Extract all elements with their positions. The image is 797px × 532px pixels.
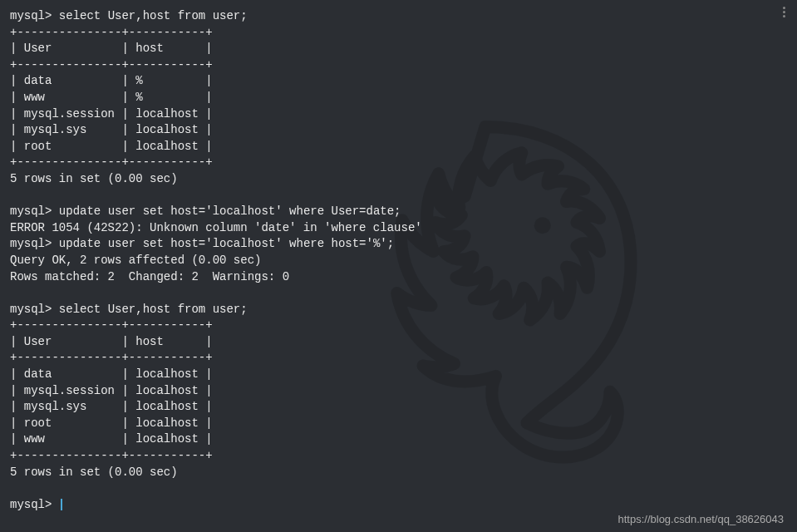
table-row: | mysql.session | localhost | [10, 384, 213, 397]
table-header: | User | host | [10, 42, 213, 55]
table-row: | mysql.sys | localhost | [10, 400, 213, 413]
prompt: mysql> select User,host from user; [10, 303, 248, 316]
table-row: | root | localhost | [10, 416, 213, 430]
prompt: mysql> select User,host from user; [10, 9, 248, 22]
table-divider: +---------------+-----------+ [10, 58, 213, 71]
prompt[interactable]: mysql> [10, 498, 62, 511]
watermark-text: https://blog.csdn.net/qq_38626043 [618, 513, 785, 525]
result-summary: 5 rows in set (0.00 sec) [10, 466, 178, 479]
table-row: | data | % | [10, 74, 213, 87]
table-row: | www | localhost | [10, 432, 213, 446]
table-divider: +---------------+-----------+ [10, 26, 213, 39]
query-result: Query OK, 2 rows affected (0.00 sec) [10, 254, 261, 267]
result-summary: 5 rows in set (0.00 sec) [10, 172, 178, 185]
table-divider: +---------------+-----------+ [10, 449, 213, 462]
table-row: | root | localhost | [10, 140, 213, 153]
table-row: | www | % | [10, 91, 213, 104]
table-divider: +---------------+-----------+ [10, 351, 213, 364]
prompt: mysql> update user set host='localhost' … [10, 204, 401, 218]
table-row: | data | localhost | [10, 367, 213, 381]
cursor-icon [61, 499, 62, 510]
table-header: | User | host | [10, 335, 213, 348]
terminal-output[interactable]: mysql> select User,host from user; +----… [0, 0, 797, 521]
error-message: ERROR 1054 (42S22): Unknown column 'date… [10, 221, 422, 234]
menu-kebab-icon[interactable] [777, 5, 790, 18]
table-row: | mysql.session | localhost | [10, 107, 213, 121]
query-result: Rows matched: 2 Changed: 2 Warnings: 0 [10, 270, 289, 283]
table-row: | mysql.sys | localhost | [10, 123, 213, 136]
table-divider: +---------------+-----------+ [10, 318, 213, 332]
prompt: mysql> update user set host='localhost' … [10, 237, 394, 250]
table-divider: +---------------+-----------+ [10, 155, 213, 169]
